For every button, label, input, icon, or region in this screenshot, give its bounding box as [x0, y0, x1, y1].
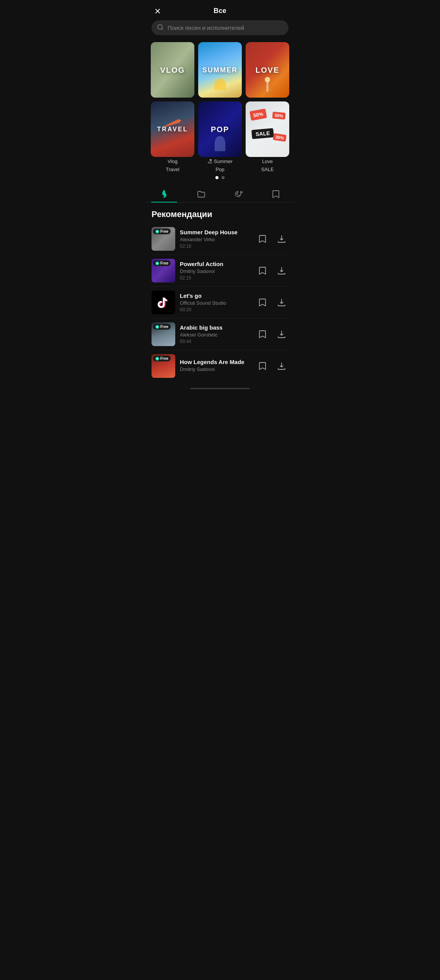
- track-thumbnail: Free: [152, 322, 175, 346]
- track-thumbnail: Free: [152, 354, 175, 378]
- track-actions: [256, 359, 288, 373]
- bookmark-button[interactable]: [256, 359, 269, 373]
- genre-label-summer: 🏖 Summer: [198, 158, 242, 164]
- track-actions: [256, 264, 288, 278]
- genre-label-pop: Pop: [198, 167, 242, 172]
- track-title: Arabic big bass: [180, 324, 251, 331]
- track-artist: Alexander Virko: [180, 237, 251, 242]
- download-button[interactable]: [275, 327, 288, 341]
- header: Все: [145, 0, 295, 20]
- genre-card-love[interactable]: LOVE: [246, 42, 289, 98]
- tab-hot[interactable]: [145, 185, 183, 202]
- track-info: Summer Deep House Alexander Virko 02:18: [180, 229, 251, 249]
- free-badge-icon: [155, 357, 159, 361]
- track-artist: Aleksei Gorobetc: [180, 332, 251, 338]
- bookmark-button[interactable]: [256, 264, 269, 278]
- genre-card-summer[interactable]: SUMMER: [198, 42, 242, 98]
- track-duration: 02:15: [180, 275, 251, 281]
- tab-tiktok[interactable]: [220, 185, 257, 202]
- tab-bookmark[interactable]: [257, 185, 295, 202]
- bookmark-button[interactable]: [256, 296, 269, 309]
- search-bar: [152, 20, 288, 35]
- folder-icon: [196, 189, 206, 199]
- free-label: Free: [160, 356, 168, 361]
- pagination-dots: [145, 176, 295, 179]
- genre-travel-text: TRAVEL: [157, 126, 188, 133]
- bookmark-button[interactable]: [256, 327, 269, 341]
- track-item: Free Powerful Action Dmitriy Sadovoi 02:…: [152, 255, 288, 287]
- genre-label-vlog: Vlog: [151, 158, 194, 164]
- free-label: Free: [160, 229, 168, 234]
- track-list: Free Summer Deep House Alexander Virko 0…: [145, 223, 295, 382]
- track-duration: 00:44: [180, 339, 251, 344]
- genre-summer-text: SUMMER: [202, 66, 238, 74]
- genre-row-1: VLOG SUMMER LOVE: [151, 42, 289, 98]
- track-artist: Dmitriy Sadovoi: [180, 366, 251, 372]
- track-thumbnail-tiktok: .t1{fill:#69c9d0}.t2{fill:#ee1d52}.t3{fi…: [152, 291, 175, 314]
- tab-folder[interactable]: [183, 185, 220, 202]
- track-actions: [256, 296, 288, 309]
- free-badge-icon: [155, 230, 159, 234]
- track-thumbnail: Free: [152, 227, 175, 251]
- track-title: Let's go: [180, 292, 251, 299]
- genre-card-pop[interactable]: POP: [198, 101, 242, 157]
- track-thumbnail: Free: [152, 259, 175, 283]
- track-item: .t1{fill:#69c9d0}.t2{fill:#ee1d52}.t3{fi…: [152, 287, 288, 318]
- genre-labels-row2: Travel Pop SALE: [145, 164, 295, 172]
- download-button[interactable]: [275, 296, 288, 309]
- genre-section: VLOG SUMMER LOVE TRAVEL POP: [145, 42, 295, 164]
- recommendations-title: Рекомендации: [145, 203, 295, 223]
- free-label: Free: [160, 325, 168, 329]
- free-badge: Free: [153, 229, 171, 234]
- track-duration: 02:18: [180, 243, 251, 249]
- fire-icon: [159, 189, 169, 199]
- search-icon: [157, 24, 164, 32]
- svg-line-3: [161, 28, 163, 29]
- genre-label-travel: Travel: [151, 167, 194, 172]
- track-item: Free Summer Deep House Alexander Virko 0…: [152, 223, 288, 255]
- track-artist: Dmitriy Sadovoi: [180, 268, 251, 274]
- tab-bar: [145, 185, 295, 203]
- page-title: Все: [213, 7, 227, 15]
- free-badge-icon: [155, 261, 159, 265]
- track-item: Free How Legends Are Made Dmitriy Sadovo…: [152, 350, 288, 382]
- track-item: Free Arabic big bass Aleksei Gorobetc 00…: [152, 318, 288, 350]
- genre-label-love: Love: [246, 158, 289, 164]
- genre-card-sale[interactable]: 50% 50% SALE 30% SALE: [246, 101, 289, 157]
- bookmark-icon: [271, 189, 281, 199]
- track-info: How Legends Are Made Dmitriy Sadovoi: [180, 359, 251, 373]
- genre-vlog-text: VLOG: [160, 65, 185, 74]
- svg-point-2: [158, 24, 162, 29]
- track-duration: 00:20: [180, 307, 251, 312]
- track-artist: Official Sound Studio: [180, 300, 251, 306]
- close-button[interactable]: [152, 5, 164, 17]
- genre-card-travel[interactable]: TRAVEL: [151, 101, 194, 157]
- track-info: Powerful Action Dmitriy Sadovoi 02:15: [180, 261, 251, 281]
- scroll-indicator: [190, 388, 250, 389]
- genre-row-2: TRAVEL POP 50% 50% SALE 30% SALE: [151, 101, 289, 157]
- genre-card-vlog[interactable]: VLOG: [151, 42, 194, 98]
- download-button[interactable]: [275, 232, 288, 246]
- tiktok-logo-svg: .t1{fill:#69c9d0}.t2{fill:#ee1d52}.t3{fi…: [156, 295, 171, 310]
- tiktok-tab-icon: [234, 189, 244, 199]
- track-info: Let's go Official Sound Studio 00:20: [180, 292, 251, 312]
- free-label: Free: [160, 261, 168, 265]
- genre-pop-text: POP: [211, 125, 229, 134]
- track-info: Arabic big bass Aleksei Gorobetc 00:44: [180, 324, 251, 344]
- track-title: How Legends Are Made: [180, 359, 251, 365]
- bookmark-button[interactable]: [256, 232, 269, 246]
- free-badge-icon: [155, 325, 159, 329]
- genre-love-text: LOVE: [256, 65, 279, 74]
- track-actions: [256, 232, 288, 246]
- track-actions: [256, 327, 288, 341]
- pagination-dot-1[interactable]: [215, 176, 218, 179]
- genre-label-sale: SALE: [246, 167, 289, 172]
- genre-labels-row1: Vlog 🏖 Summer Love: [151, 158, 289, 164]
- free-badge: Free: [153, 324, 171, 330]
- search-input[interactable]: [152, 20, 288, 35]
- pagination-dot-2[interactable]: [222, 176, 225, 179]
- download-button[interactable]: [275, 359, 288, 373]
- download-button[interactable]: [275, 264, 288, 278]
- free-badge: Free: [153, 260, 171, 266]
- track-title: Summer Deep House: [180, 229, 251, 235]
